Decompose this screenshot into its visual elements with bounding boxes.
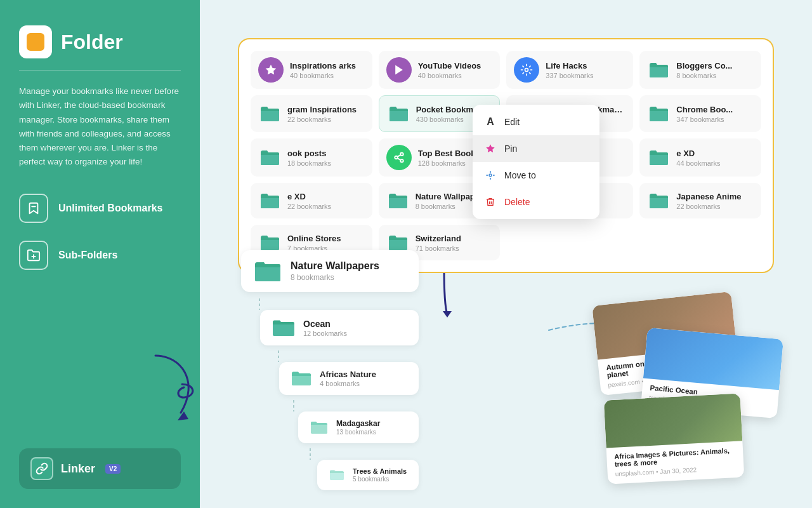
svg-line-10	[397, 155, 400, 157]
subfolder-tree: Nature Wallpapers 8 bookmarks Ocean 12 b…	[241, 250, 419, 495]
linker-icon	[30, 457, 53, 480]
tree-connector-1	[259, 298, 260, 310]
feature-unlimited-bookmarks: Unlimited Bookmarks	[19, 194, 181, 223]
sidebar-divider	[19, 70, 181, 70]
folder-text-17: Online Stores 7 bookmarks	[287, 234, 341, 252]
edit-icon: A	[484, 116, 497, 128]
context-menu: A Edit Pin Move to Delete	[473, 105, 599, 219]
folder-svg-4	[647, 58, 670, 81]
folder-item-8[interactable]: Chrome Boo... 347 bookmarks	[639, 95, 761, 132]
subfolder-trees-text: Trees & Animals 5 bookmarks	[353, 467, 407, 483]
folder-item-16[interactable]: Japanese Anime 22 bookmarks	[639, 183, 761, 218]
sidebar-description: Manage your bookmarks like never before …	[19, 84, 181, 170]
folder-svg-16	[647, 189, 670, 212]
context-menu-move[interactable]: Move to	[473, 162, 599, 189]
folder-item-1[interactable]: Inspirations arks 40 bookmarks	[251, 51, 372, 89]
subfolder-level4-wrapper: Trees & Animals 5 bookmarks	[317, 460, 419, 490]
folder-icon-share	[386, 145, 412, 170]
subfolder-trees[interactable]: Trees & Animals 5 bookmarks	[317, 460, 419, 490]
folder-svg-9	[258, 146, 281, 169]
logo-area: Folder	[19, 25, 181, 58]
subfolder-madaga-icon	[310, 420, 329, 435]
solid-arrow	[425, 267, 463, 318]
subfolder-root-icon	[254, 259, 282, 283]
folder-item-9[interactable]: ook posts 18 bookmarks	[251, 138, 372, 177]
folder-text-16: Japanese Anime 22 bookmarks	[676, 192, 741, 210]
folder-item-12[interactable]: e XD 44 bookmarks	[639, 138, 761, 177]
folder-svg-5	[258, 102, 281, 125]
subfolder-africas-icon	[291, 370, 312, 387]
folder-item-5[interactable]: gram Inspirations 22 bookmarks	[251, 95, 372, 132]
context-menu-pin-label: Pin	[504, 144, 517, 154]
subfolder-level1-wrapper: Ocean 12 bookmarks Africas Nature 4 book…	[260, 310, 419, 490]
subfolder-icon	[19, 241, 48, 270]
folder-svg-13	[386, 189, 409, 212]
svg-point-7	[395, 156, 398, 159]
folder-svg-12	[647, 146, 670, 169]
subfolder-africas-text: Africas Nature 4 bookmarks	[320, 370, 376, 387]
context-menu-delete[interactable]: Delete	[473, 189, 599, 215]
subfolder-level2-wrapper: Africas Nature 4 bookmarks Madagaskar	[279, 362, 419, 490]
tree-connector-3	[293, 400, 294, 411]
folder-text-15: e XD 22 bookmarks	[287, 192, 331, 210]
subfolder-root[interactable]: Nature Wallpapers 8 bookmarks	[241, 250, 419, 292]
context-menu-edit-label: Edit	[504, 117, 520, 127]
folder-item-15[interactable]: e XD 22 bookmarks	[251, 183, 372, 218]
folder-text-10: Top Best Books 128 bookmarks	[418, 149, 480, 167]
bookmark-card-africa[interactable]: Africa Images & Pictures: Animals, trees…	[604, 393, 745, 484]
card-africa-body: Africa Images & Pictures: Animals, trees…	[606, 441, 745, 484]
folder-text-2: YouTube Videos 40 bookmarks	[418, 61, 481, 79]
sidebar-bottom: Linker V2	[19, 448, 181, 489]
logo-square	[27, 33, 44, 51]
svg-point-11	[489, 174, 492, 177]
subfolder-ocean[interactable]: Ocean 12 bookmarks	[260, 310, 419, 345]
folder-text-4: Bloggers Co... 8 bookmarks	[676, 61, 732, 79]
app-title: Folder	[61, 30, 123, 54]
context-menu-move-label: Move to	[504, 170, 536, 180]
folder-text-8: Chrome Boo... 347 bookmarks	[676, 105, 733, 123]
tree-connector-4	[310, 448, 311, 460]
main-content: Inspirations arks 40 bookmarks YouTube V…	[200, 0, 812, 508]
subfolder-trees-icon	[329, 469, 345, 481]
subfolder-ocean-text: Ocean 12 bookmarks	[303, 319, 347, 337]
card-africa-img	[604, 393, 743, 448]
context-menu-pin[interactable]: Pin	[473, 135, 599, 162]
folder-text-3: Life Hacks 337 bookmarks	[546, 61, 593, 79]
bookmark-cards-area: Autumn on amazing mountain our planet pe…	[596, 298, 774, 476]
folder-item-3[interactable]: Life Hacks 337 bookmarks	[506, 51, 633, 89]
folder-text-9: ook posts 18 bookmarks	[287, 149, 331, 167]
folder-text-12: e XD 44 bookmarks	[676, 149, 720, 167]
svg-marker-4	[395, 65, 403, 75]
svg-marker-16	[443, 311, 452, 318]
svg-marker-3	[178, 411, 188, 420]
logo-icon	[19, 25, 52, 58]
decorative-arrow	[143, 349, 206, 425]
folder-item-4[interactable]: Bloggers Co... 8 bookmarks	[639, 51, 761, 89]
move-icon	[484, 169, 497, 182]
folder-text-18: Switzerland 71 bookmarks	[416, 234, 461, 252]
folder-icon-lifehacks	[514, 57, 539, 83]
pin-icon	[484, 142, 497, 155]
folder-item-2[interactable]: YouTube Videos 40 bookmarks	[379, 51, 501, 89]
subfolder-level3-wrapper: Madagaskar 13 bookmarks	[298, 411, 419, 490]
feature-sub-folders: Sub-Folders	[19, 241, 181, 270]
subfolder-africas[interactable]: Africas Nature 4 bookmarks	[279, 362, 419, 395]
svg-point-6	[400, 153, 403, 156]
svg-line-9	[397, 158, 400, 160]
folder-icon-youtube	[386, 57, 412, 83]
subfolder-root-text: Nature Wallpapers 8 bookmarks	[291, 260, 379, 282]
context-menu-edit[interactable]: A Edit	[473, 109, 599, 135]
subfolder-madagaskar[interactable]: Madagaskar 13 bookmarks	[298, 411, 419, 443]
subfolder-madaga-text: Madagaskar 13 bookmarks	[336, 419, 380, 436]
feature-label-subfolders: Sub-Folders	[58, 250, 117, 261]
version-badge: V2	[105, 464, 121, 474]
folder-icon-special-purple	[258, 57, 284, 83]
svg-point-8	[400, 159, 403, 163]
folder-text-5: gram Inspirations 22 bookmarks	[287, 105, 357, 123]
tree-connector-2	[278, 351, 279, 362]
delete-icon	[484, 196, 497, 208]
sidebar: Folder Manage your bookmarks like never …	[0, 0, 200, 508]
folder-svg-15	[258, 189, 281, 212]
linker-label: Linker	[61, 462, 95, 476]
folder-svg-8	[647, 102, 670, 125]
